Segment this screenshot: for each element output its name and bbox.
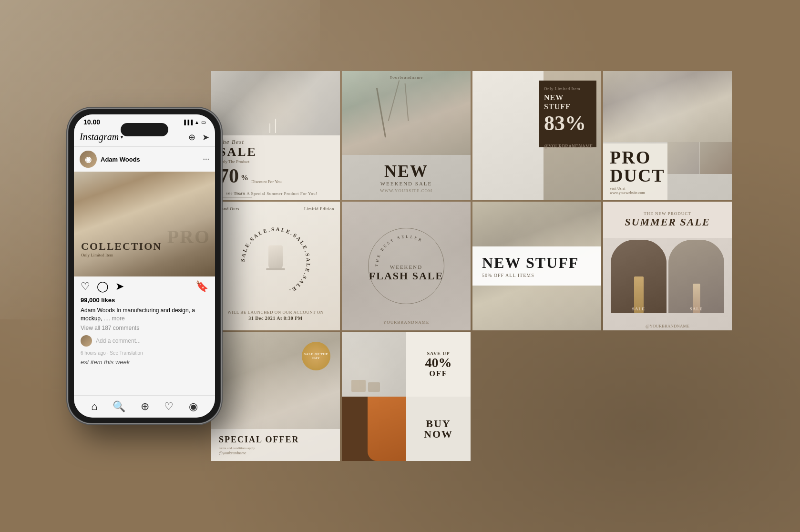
post6-brand: YOURBRANDNAME [342,320,471,325]
caption: Adam Woods In manufacturing and design, … [74,306,215,324]
comment-input-row: Add a comment... [74,332,215,349]
post8-header: THE NEW PRODUCT SUMMER SALE [603,202,732,238]
post8-new-product: THE NEW PRODUCT [644,211,691,216]
post8-arch2: SALE [668,240,724,313]
post-card-4: PRO DUCT visit Us at www.yourwebsite.com [603,71,732,200]
gift1 [351,380,366,392]
post5-circle-container: SALE.SALE.SALE.SALE.SALE.SALE. [235,222,316,303]
post10-now: NOW [424,429,453,440]
phone-screen: 10.00 ▐▐▐ ▲ ▭ Instagram ▾ ⊕ ➤ [74,114,215,418]
post4-img1 [667,142,700,174]
post5-date: 31 Dec 2021 At 8:30 PM [211,316,340,321]
status-icons: ▐▐▐ ▲ ▭ [183,120,205,125]
post2-weekend: WEEKEND SALE [349,181,463,186]
post4-website: www.yourwebsite.com [610,191,661,195]
phone-mockup: 10.00 ▐▐▐ ▲ ▭ Instagram ▾ ⊕ ➤ [68,109,221,423]
ig-header-icons: ⊕ ➤ [188,132,209,143]
post7-banner: NEW STUFF 50% OFF ALL ITEMS [472,246,601,286]
post8-arches: SALE SALE [603,238,732,315]
post4-visit: visit Us at [610,186,661,191]
post9-terms: terms and conditions apply [219,446,332,450]
post4-duct: DUCT [610,166,661,184]
like-comment-icons: ♡ ◯ ➤ [81,280,124,293]
more-options-icon[interactable]: ··· [203,154,210,164]
candle1 [275,119,276,133]
post5-edition: Limitid Edition [304,206,334,211]
actions-row: ♡ ◯ ➤ 🔖 [74,276,215,297]
post10-q1 [342,332,406,397]
likes-count: 99,000 likes [74,297,215,306]
battery-icon: ▭ [201,120,205,125]
send-icon[interactable]: ➤ [202,132,209,143]
post2-photo [342,71,471,155]
post10-q4: BUY NOW [406,397,471,461]
nav-add-icon[interactable]: ⊕ [141,400,149,413]
post10-q3: MAGIC [342,397,406,461]
post1-discount-row: 70 % Discount For You [219,166,282,186]
post4-text: PRO DUCT visit Us at www.yourwebsite.com [603,143,667,200]
post9-badge: SALE OF THE DAY [302,342,330,370]
post9-text: SPECIAL OFFER terms and conditions apply… [211,429,340,461]
share-icon[interactable]: ➤ [115,280,124,293]
nav-search-icon[interactable]: 🔍 [113,400,125,413]
post4-overlay [603,71,732,142]
instagram-logo: Instagram [80,132,119,143]
caption-text: Adam Woods In manufacturing and design, … [81,307,195,322]
post-card-9: SALE OF THE DAY SPECIAL OFFER terms and … [211,332,340,461]
nav-home-icon[interactable]: ⌂ [91,400,97,413]
post2-new: NEW [349,163,463,180]
arch2-label: SALE [668,307,724,311]
post2-text: NEW WEEKEND SALE WWW.YOURSITE.COM [342,158,471,200]
post8-brand: @YOURBRANDNAME [603,324,732,328]
svg-text:THE BEST SELLER: THE BEST SELLER [375,235,424,266]
arch1-label: SALE [611,307,667,311]
post2-overlay [342,71,471,155]
nav-profile-icon[interactable]: ◉ [189,400,198,413]
heart-icon[interactable]: ♡ [81,280,90,293]
post7-off: 50% OFF ALL ITEMS [482,273,592,278]
wifi-icon: ▲ [195,120,199,125]
best-item-text: est item this week [74,357,215,368]
post3-newstuff: NEW STUFF [544,93,592,111]
comment-avatar [81,335,92,347]
post2-plant [342,71,471,155]
vase-body [268,246,283,269]
main-container: 10.00 ▐▐▐ ▲ ▭ Instagram ▾ ⊕ ➤ [68,71,732,461]
comments-link[interactable]: View all 187 comments [74,324,215,332]
post-image: COLLECTION Only Limited Item PRO [74,172,215,276]
post1-only: Only The Product [219,159,249,164]
comment-icon[interactable]: ◯ [97,280,109,293]
post-card-7: NEW STUFF 50% OFF ALL ITEMS [472,202,601,330]
comment-placeholder[interactable]: Add a comment... [96,338,141,344]
more-link[interactable]: .... more [104,315,125,322]
nav-heart-icon[interactable]: ♡ [164,400,174,413]
profile-info: ◉ Adam Woods [80,151,140,168]
post10-buy: BUY [426,419,451,429]
post-card-10: SAVE UP 40% OFF MAGIC BUY NOW [342,332,471,461]
post8-summer-sale: SUMMER SALE [625,216,710,228]
post1-sale: SALE [219,146,257,158]
avatar: ◉ [80,151,97,168]
post1-content: The Best SALE Only The Product 70 % Disc… [211,135,340,200]
post5-vase [264,246,287,279]
posts-grid: The Best SALE Only The Product 70 % Disc… [211,71,732,461]
post1-discount: 70 [219,166,239,186]
post9-brand: @yourbrandname [219,451,332,455]
vase-top [266,268,285,270]
post4-photo [603,71,732,142]
bottom-nav: ⌂ 🔍 ⊕ ♡ ◉ [74,395,215,418]
camera-icon[interactable]: ⊕ [188,132,195,143]
phone-time: 10.00 [83,118,100,126]
post8-arch1: SALE [611,240,667,313]
post3-limited: Only Limited Item [544,86,592,91]
post10-40pct: 40% [425,356,452,369]
signal-icon: ▐▐▐ [183,120,193,125]
post1-caption: That's A Special Summer Product For You! [211,191,340,196]
candle2 [269,123,270,133]
post5-bottom: WILL BE LAUNCHED ON OUR ACCOUNT ON 31 De… [211,310,340,321]
bookmark-icon[interactable]: 🔖 [195,280,208,293]
gift2 [368,382,380,392]
post-card-1: The Best SALE Only The Product 70 % Disc… [211,71,340,200]
collection-sub: Only Limited Item [81,253,215,257]
post9-special: SPECIAL OFFER [219,435,332,445]
